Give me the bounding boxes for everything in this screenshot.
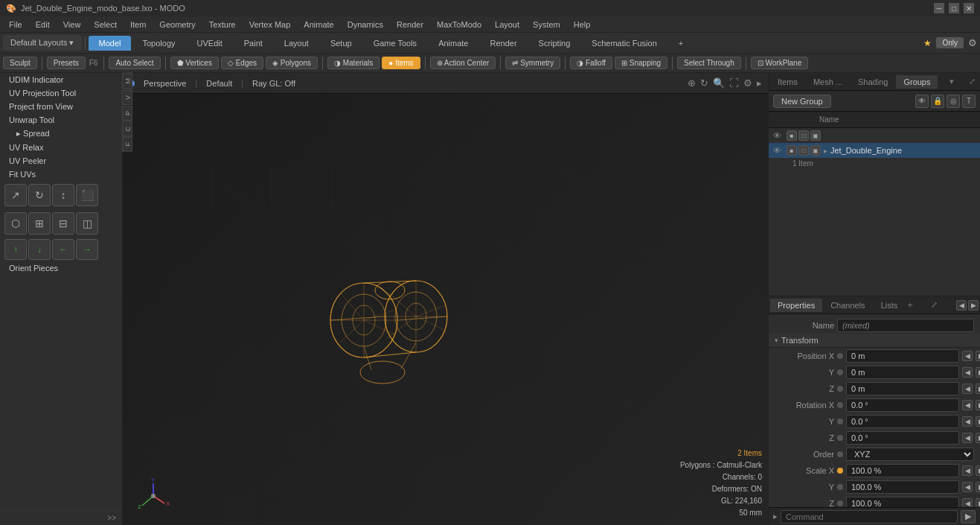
tool-icon-2[interactable]: ↻ (28, 184, 51, 206)
auto-select-button[interactable]: Auto Select (109, 57, 160, 69)
titlebar-controls[interactable]: ─ □ ✕ (934, 3, 974, 13)
group-item-mini-1[interactable]: ■ (787, 145, 797, 156)
group-item-eye[interactable]: 👁 (773, 146, 784, 155)
scale-y-input[interactable] (846, 480, 959, 494)
rotation-z-prev[interactable]: ◀ (962, 433, 973, 443)
group-mini-1[interactable]: ■ (787, 130, 797, 141)
scale-z-prev[interactable]: ◀ (962, 498, 973, 507)
expand-panel-icon[interactable]: ⤢ (966, 77, 979, 86)
command-input[interactable] (781, 510, 958, 524)
shading-label[interactable]: Default (206, 79, 232, 88)
group-eye-icon[interactable]: 👁 (773, 131, 784, 140)
side-tab-p[interactable]: P (122, 106, 132, 121)
vertices-button[interactable]: ⬟ Vertices (170, 57, 219, 69)
items-button[interactable]: ● Items (382, 57, 420, 69)
tab-render[interactable]: Render (479, 36, 527, 51)
menu-layout[interactable]: Layout (489, 19, 525, 31)
prop-name-input[interactable] (837, 319, 974, 332)
vp-icon-zoom[interactable]: 🔍 (713, 77, 725, 89)
rotation-z-next[interactable]: ▶ (976, 433, 980, 443)
vp-icon-settings[interactable]: ⚙ (743, 77, 752, 89)
tool-icon-8[interactable]: ◫ (76, 212, 98, 235)
scale-y-next[interactable]: ▶ (976, 482, 980, 492)
uv-peeler[interactable]: UV Peeler (0, 154, 122, 168)
position-z-next[interactable]: ▶ (976, 384, 980, 394)
tab-setup[interactable]: Setup (320, 36, 362, 51)
menu-texture[interactable]: Texture (203, 19, 242, 31)
add-tab-icon[interactable]: + (907, 299, 913, 311)
presets-button[interactable]: Presets (47, 57, 86, 69)
settings-icon[interactable]: ⚙ (968, 37, 977, 48)
tab-properties[interactable]: Properties (770, 299, 822, 312)
menu-item[interactable]: Item (124, 19, 152, 31)
tab-schematic-fusion[interactable]: Schematic Fusion (581, 36, 667, 51)
tool-icon-3[interactable]: ↕ (52, 184, 74, 206)
default-layouts-dropdown[interactable]: Default Layouts ▾ (3, 35, 82, 51)
vp-icon-reset[interactable]: ↻ (700, 77, 708, 89)
falloff-button[interactable]: ◑ Falloff (570, 57, 612, 69)
menu-help[interactable]: Help (568, 19, 597, 31)
tool-icon-5[interactable]: ⬡ (4, 212, 27, 235)
symmetry-button[interactable]: ⇌ Symmetry (505, 57, 560, 69)
action-center-button[interactable]: ⊕ Action Center (430, 57, 496, 69)
unwrap-tool[interactable]: Unwrap Tool (0, 113, 122, 127)
tool-icon-4[interactable]: ⬛ (76, 184, 98, 206)
workplane-button[interactable]: ⊡ WorkPlane (751, 57, 809, 69)
only-button[interactable]: Only (936, 37, 964, 48)
uv-projection-tool[interactable]: UV Projection Tool (0, 86, 122, 100)
position-x-input[interactable] (846, 349, 959, 363)
rotation-x-input[interactable] (846, 398, 959, 412)
props-expand-icon[interactable]: ⤢ (928, 300, 941, 310)
tab-items[interactable]: Items (770, 75, 805, 89)
position-x-next[interactable]: ▶ (976, 351, 980, 361)
side-tab-v[interactable]: V (122, 90, 132, 105)
transform-section[interactable]: ▾ Transform (769, 334, 980, 348)
vp-icon-frame[interactable]: ⛶ (729, 77, 739, 89)
position-x-prev[interactable]: ◀ (962, 351, 973, 361)
group-mini-3[interactable]: ▣ (810, 130, 821, 141)
viewport[interactable]: Perspective | Default | Ray GL: Off ⊕ ↻ … (123, 73, 768, 525)
minimize-button[interactable]: ─ (934, 3, 944, 13)
menu-animate[interactable]: Animate (298, 19, 339, 31)
scale-z-input[interactable] (846, 497, 959, 507)
expand-button[interactable]: >> (0, 510, 122, 525)
arrow-down[interactable]: ↓ (28, 239, 51, 260)
new-group-button[interactable]: New Group (773, 95, 831, 108)
menu-view[interactable]: View (57, 19, 87, 31)
expand-tabs-icon[interactable]: ▾ (947, 77, 957, 86)
tab-mesh[interactable]: Mesh ... (806, 75, 850, 89)
tab-paint[interactable]: Paint (234, 36, 273, 51)
rotation-z-input[interactable] (846, 431, 959, 445)
view-mode-label[interactable]: Perspective (144, 79, 186, 88)
tab-layout[interactable]: Layout (274, 36, 319, 51)
edges-button[interactable]: ◇ Edges (221, 57, 263, 69)
tab-scripting[interactable]: Scripting (528, 36, 581, 51)
arrow-right[interactable]: → (76, 239, 98, 260)
polygons-button[interactable]: ◈ Polygons (266, 57, 318, 69)
eye-icon[interactable]: 👁 (915, 95, 929, 108)
rotation-y-prev[interactable]: ◀ (962, 416, 973, 427)
position-z-prev[interactable]: ◀ (962, 384, 973, 394)
side-tab-f[interactable]: F (122, 137, 132, 152)
arrow-up[interactable]: ↑ (4, 239, 27, 260)
maximize-button[interactable]: □ (949, 3, 959, 13)
menu-dynamics[interactable]: Dynamics (342, 19, 389, 31)
tab-groups[interactable]: Groups (896, 75, 938, 89)
menu-render[interactable]: Render (391, 19, 429, 31)
rotation-x-prev[interactable]: ◀ (962, 400, 973, 410)
menu-select[interactable]: Select (88, 19, 123, 31)
side-tab-m[interactable]: M (122, 73, 132, 89)
select-through-button[interactable]: Select Through (677, 57, 741, 69)
rotation-y-input[interactable] (846, 415, 959, 428)
group-item-mini-3[interactable]: ▣ (810, 145, 821, 156)
ray-gl-label[interactable]: Ray GL: Off (252, 79, 295, 88)
project-from-view[interactable]: Project from View (0, 100, 122, 113)
vp-icon-rotate[interactable]: ⊕ (688, 77, 696, 89)
tab-add[interactable]: + (668, 36, 694, 51)
menu-vertex-map[interactable]: Vertex Map (243, 19, 297, 31)
group-expand-arrow[interactable]: ▸ (824, 147, 827, 155)
tab-shading[interactable]: Shading (851, 75, 895, 89)
vp-icon-expand[interactable]: ▸ (757, 77, 762, 89)
scale-z-next[interactable]: ▶ (976, 498, 980, 507)
menu-geometry[interactable]: Geometry (153, 19, 201, 31)
